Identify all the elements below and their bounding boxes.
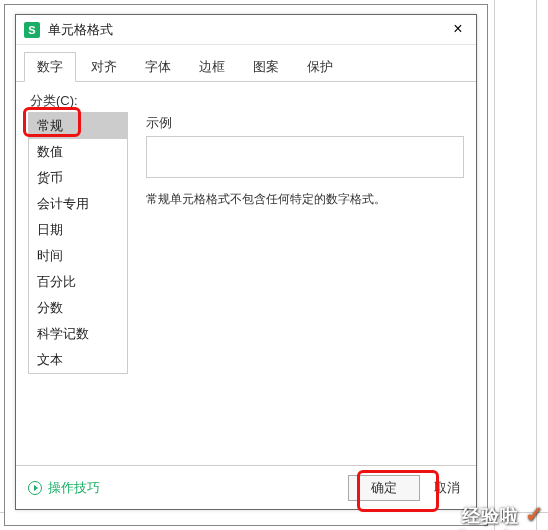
tips-link[interactable]: 操作技巧 xyxy=(28,479,100,497)
example-label: 示例 xyxy=(146,114,464,132)
category-date[interactable]: 日期 xyxy=(29,217,127,243)
category-label: 分类(C): xyxy=(30,92,464,110)
tab-number[interactable]: 数字 xyxy=(24,52,76,82)
detail-pane: 示例 常规单元格格式不包含任何特定的数字格式。 xyxy=(146,112,464,374)
category-currency[interactable]: 货币 xyxy=(29,165,127,191)
category-text[interactable]: 文本 xyxy=(29,347,127,373)
tips-label: 操作技巧 xyxy=(48,479,100,497)
category-percentage[interactable]: 百分比 xyxy=(29,269,127,295)
tab-border[interactable]: 边框 xyxy=(186,52,238,82)
cancel-button[interactable]: 取消 xyxy=(434,479,464,497)
category-fraction[interactable]: 分数 xyxy=(29,295,127,321)
play-icon xyxy=(28,481,42,495)
ok-button[interactable]: 确定 xyxy=(348,475,420,501)
dialog-title: 单元格格式 xyxy=(48,21,446,39)
tab-pattern[interactable]: 图案 xyxy=(240,52,292,82)
example-box xyxy=(146,136,464,178)
close-button[interactable]: × xyxy=(446,20,470,40)
category-special[interactable]: 特殊 xyxy=(29,373,127,374)
titlebar: S 单元格格式 × xyxy=(16,15,476,45)
cell-format-dialog: S 单元格格式 × 数字 对齐 字体 边框 图案 保护 分类(C): 常规 数值… xyxy=(15,14,477,510)
gridline xyxy=(494,0,495,530)
tab-alignment[interactable]: 对齐 xyxy=(78,52,130,82)
watermark: 经验啦 ✓ jingyanla.com xyxy=(462,502,544,528)
tab-font[interactable]: 字体 xyxy=(132,52,184,82)
gridline xyxy=(536,0,537,530)
tab-protection[interactable]: 保护 xyxy=(294,52,346,82)
check-icon: ✓ xyxy=(525,502,544,528)
content-area: 分类(C): 常规 数值 货币 会计专用 日期 时间 百分比 分数 科学记数 文… xyxy=(16,82,476,384)
category-scientific[interactable]: 科学记数 xyxy=(29,321,127,347)
category-number[interactable]: 数值 xyxy=(29,139,127,165)
format-description: 常规单元格格式不包含任何特定的数字格式。 xyxy=(146,190,464,209)
tab-bar: 数字 对齐 字体 边框 图案 保护 xyxy=(16,45,476,82)
app-icon: S xyxy=(24,22,40,38)
dialog-footer: 操作技巧 确定 取消 xyxy=(16,465,476,509)
category-general[interactable]: 常规 xyxy=(29,113,127,139)
category-time[interactable]: 时间 xyxy=(29,243,127,269)
category-accounting[interactable]: 会计专用 xyxy=(29,191,127,217)
category-list[interactable]: 常规 数值 货币 会计专用 日期 时间 百分比 分数 科学记数 文本 特殊 自定… xyxy=(28,112,128,374)
